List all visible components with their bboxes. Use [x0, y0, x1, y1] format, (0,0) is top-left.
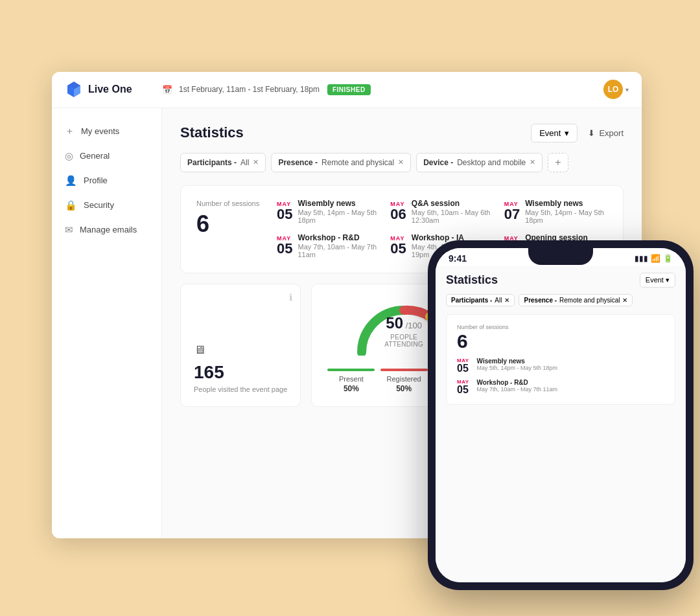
wifi-icon: 📶 — [651, 254, 660, 263]
sidebar-item-profile[interactable]: 👤 Profile — [52, 168, 161, 193]
phone-session-0-day: 05 — [457, 363, 469, 374]
phone-session-1-name: Workshop - R&D — [477, 379, 558, 386]
gauge-sublabel: PEOPLE ATTENDING — [378, 334, 430, 348]
sidebar: ＋ My events ◎ General 👤 Profile 🔒 Securi… — [52, 108, 162, 538]
session-item-2: MAY 07 Wisembly news May 5th, 14pm - May… — [504, 199, 607, 225]
user-icon: 👤 — [65, 175, 77, 187]
session-0-name: Wisembly news — [298, 199, 380, 208]
session-1-day: 06 — [390, 207, 406, 222]
session-1-name: Q&A session — [412, 199, 494, 208]
top-bar: Live One 📅 1st February, 11am - 1st Febr… — [52, 72, 642, 108]
session-0-time: May 5th, 14pm - May 5th 18pm — [298, 209, 380, 224]
phone-chip-participants-value: All — [495, 297, 502, 304]
session-3-time: May 7th, 10am - May 7th 11am — [298, 243, 380, 258]
filter-participants: Participants - All ✕ — [180, 153, 266, 172]
calendar-icon: 📅 — [162, 85, 172, 95]
session-2-name: Wisembly news — [525, 199, 607, 208]
avatar-chevron-icon[interactable]: ▾ — [625, 86, 629, 93]
chip-presence-close[interactable]: ✕ — [398, 158, 404, 166]
sessions-count: 6 — [196, 211, 261, 238]
sidebar-item-security[interactable]: 🔒 Security — [52, 193, 161, 218]
outer-container: Live One 📅 1st February, 11am - 1st Febr… — [52, 72, 648, 545]
gauge-bar-registered-pct: 50% — [396, 384, 412, 393]
info-icon: ℹ — [289, 292, 292, 302]
phone-session-0: MAY 05 Wisembly news May 5th, 14pm - May… — [457, 358, 664, 374]
monitor-icon: 🖥 — [194, 343, 287, 357]
phone-chevron-icon: ▾ — [666, 276, 670, 284]
phone-inner: 9:41 ▮▮▮ 📶 🔋 Statistics Event ▾ — [436, 248, 686, 582]
session-0-day: 05 — [277, 207, 292, 222]
session-1-time: May 6th, 10am - May 6th 12:30am — [412, 209, 494, 224]
phone-session-1-time: May 7th, 10am - May 7th 11am — [477, 386, 558, 393]
circle-icon: ◎ — [65, 150, 73, 162]
chip-participants-label: Participants - — [187, 158, 237, 167]
date-range: 1st February, 11am - 1st February, 18pm — [179, 85, 320, 94]
phone-wrapper: 9:41 ▮▮▮ 📶 🔋 Statistics Event ▾ — [428, 240, 700, 597]
gauge-bar-registered: Registered 50% — [378, 369, 430, 393]
export-label: Export — [599, 128, 624, 138]
phone-session-1: MAY 05 Workshop - R&D May 7th, 10am - Ma… — [457, 379, 664, 395]
phone-notch — [528, 248, 593, 265]
session-count-col: Number of sessions 6 — [196, 199, 261, 260]
sidebar-label-security: Security — [84, 200, 114, 210]
signal-icon: ▮▮▮ — [635, 254, 648, 263]
phone-status-icons: ▮▮▮ 📶 🔋 — [635, 254, 673, 263]
phone-sessions-list: MAY 05 Wisembly news May 5th, 14pm - May… — [457, 358, 664, 395]
phone-sessions-count: 6 — [457, 330, 664, 352]
sidebar-item-my-events[interactable]: ＋ My events — [52, 119, 161, 144]
gauge-bar-registered-line — [380, 369, 428, 371]
phone-session-1-day: 05 — [457, 385, 469, 395]
phone-chip-presence-close[interactable]: ✕ — [622, 297, 627, 304]
gauge-bar-present-line — [327, 369, 375, 371]
filter-presence: Presence - Remote and physical ✕ — [271, 153, 411, 172]
phone-session-0-name: Wisembly news — [477, 358, 558, 365]
event-dropdown[interactable]: Event ▾ — [531, 124, 578, 143]
phone-chip-presence-label: Presence - — [524, 297, 557, 304]
phone-chip-participants: Participants - All ✕ — [446, 294, 515, 306]
phone-sessions-card: Number of sessions 6 MAY 05 Wisembly new… — [446, 314, 675, 405]
phone-chip-participants-close[interactable]: ✕ — [504, 297, 509, 304]
stats-header: Statistics Event ▾ ⬇ Export — [180, 124, 624, 143]
gauge-bar-present: Present 50% — [325, 369, 377, 393]
chip-participants-value: All — [240, 158, 249, 167]
sidebar-item-manage-emails[interactable]: ✉ Manage emails — [52, 218, 161, 242]
filter-device: Device - Desktop and mobile ✕ — [416, 153, 542, 172]
session-item-0: MAY 05 Wisembly news May 5th, 14pm - May… — [277, 199, 380, 225]
chip-presence-value: Remote and physical — [321, 158, 394, 167]
gauge-total: /100 — [403, 321, 422, 330]
phone-outer: 9:41 ▮▮▮ 📶 🔋 Statistics Event ▾ — [428, 240, 694, 590]
phone-stats-title: Statistics — [446, 273, 640, 287]
chip-participants-close[interactable]: ✕ — [253, 158, 259, 166]
gauge-bar-present-label: Present — [339, 375, 364, 383]
phone-event-label: Event — [646, 276, 664, 284]
add-filter-button[interactable]: + — [548, 153, 568, 172]
battery-icon: 🔋 — [663, 254, 673, 263]
people-visited-number: 165 — [194, 362, 287, 383]
mail-icon: ✉ — [65, 224, 73, 236]
phone-chip-presence-value: Remote and physical — [559, 297, 620, 304]
phone-content: Statistics Event ▾ Participants - All ✕ — [436, 266, 686, 582]
people-visited-card: ℹ 🖥 165 People visited the event page — [180, 284, 301, 407]
event-dropdown-label: Event — [539, 128, 561, 138]
session-item-3: MAY 05 Workshop - R&D May 7th, 10am - Ma… — [277, 233, 380, 260]
logo-icon — [65, 80, 83, 98]
avatar[interactable]: LO — [603, 80, 623, 99]
sidebar-item-general[interactable]: ◎ General — [52, 144, 161, 168]
chip-device-close[interactable]: ✕ — [530, 158, 535, 166]
phone-filter-chips: Participants - All ✕ Presence - Remote a… — [446, 294, 675, 306]
session-3-day: 05 — [277, 242, 292, 256]
phone-sessions-label: Number of sessions — [457, 324, 664, 330]
sidebar-label-manage-emails: Manage emails — [80, 225, 137, 234]
session-4-day: 05 — [390, 242, 406, 256]
chevron-down-icon: ▾ — [565, 128, 569, 138]
phone-event-dropdown[interactable]: Event ▾ — [640, 273, 675, 288]
export-button[interactable]: ⬇ Export — [588, 128, 624, 138]
sidebar-label-profile: Profile — [84, 176, 108, 185]
page-title: Statistics — [180, 124, 531, 141]
session-2-day: 07 — [504, 207, 520, 222]
chip-device-value: Desktop and mobile — [457, 158, 526, 167]
phone-stats-header: Statistics Event ▾ — [446, 273, 675, 288]
session-3-name: Workshop - R&D — [298, 233, 380, 242]
sidebar-label-general: General — [80, 151, 110, 161]
filter-chips: Participants - All ✕ Presence - Remote a… — [180, 153, 624, 172]
